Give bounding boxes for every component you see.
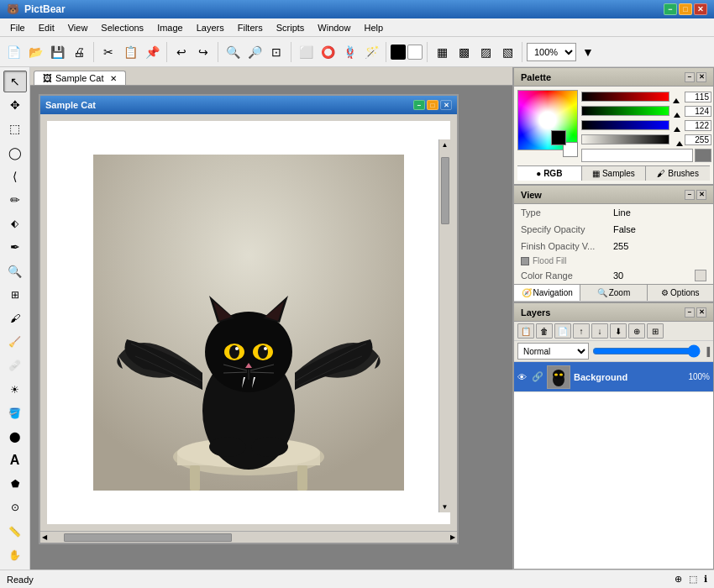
layer-row[interactable]: 👁 🔗 Background 100% [514, 362, 713, 392]
view-tab-options[interactable]: ⚙ Options [648, 285, 713, 301]
opacity-slider[interactable] [592, 345, 701, 357]
toolbar-grid3[interactable]: ▨ [475, 42, 496, 62]
menu-filters[interactable]: Filters [231, 18, 270, 37]
palette-minimize[interactable]: − [685, 72, 695, 82]
view-tab-zoom[interactable]: 🔍 Zoom [580, 285, 647, 301]
toolbar-grid2[interactable]: ▩ [454, 42, 474, 62]
menu-selections[interactable]: Selections [94, 18, 150, 37]
toolbar-lasso[interactable]: 🪢 [339, 42, 360, 62]
toolbar-zoom-out[interactable]: 🔎 [244, 42, 265, 62]
red-slider[interactable] [581, 92, 669, 102]
toolbar-redo[interactable]: ↪ [193, 42, 213, 62]
green-slider[interactable] [581, 106, 669, 116]
tab-rgb[interactable]: ● RGB [517, 166, 582, 181]
vscroll-down[interactable]: ▼ [442, 503, 449, 511]
layer-down[interactable]: ↓ [591, 323, 608, 339]
hscroll-right[interactable]: ▶ [450, 533, 455, 541]
tool-lasso[interactable]: ⟨ [3, 165, 27, 187]
toolbar-copy[interactable]: 📋 [120, 42, 140, 62]
tool-pencil[interactable]: ✏ [3, 189, 27, 211]
tool-select[interactable]: ↖ [3, 71, 27, 92]
toolbar-grid4[interactable]: ▧ [497, 42, 517, 62]
menu-file[interactable]: File [3, 18, 32, 37]
canvas-vscroll[interactable]: ▲ ▼ [438, 139, 450, 512]
alpha-value[interactable]: 255 [685, 134, 711, 145]
view-tab-navigation[interactable]: 🧭 Navigation [514, 285, 580, 301]
canvas-wrapper[interactable]: Sample Cat − □ ✕ [30, 86, 512, 570]
toolbar-open[interactable]: 📂 [25, 42, 45, 62]
maximize-button[interactable]: □ [679, 3, 692, 15]
tool-brush[interactable]: ⬖ [3, 213, 27, 234]
layer-merge-vis[interactable]: ⊕ [628, 323, 645, 339]
layers-close[interactable]: ✕ [696, 307, 706, 318]
tool-zoom[interactable]: 🔍 [3, 260, 27, 282]
view-close[interactable]: ✕ [696, 190, 706, 200]
menu-help[interactable]: Help [357, 18, 390, 37]
blue-value[interactable]: 122 [685, 120, 711, 131]
menu-view[interactable]: View [61, 18, 95, 37]
tool-heal[interactable]: 🩹 [3, 354, 27, 376]
close-button[interactable]: ✕ [694, 3, 707, 15]
layer-up[interactable]: ↑ [573, 323, 590, 339]
menu-window[interactable]: Window [311, 18, 357, 37]
layer-new[interactable]: 📋 [517, 323, 534, 339]
inner-minimize[interactable]: − [413, 100, 425, 110]
fg-swatch[interactable] [551, 130, 566, 145]
tool-rect-select[interactable]: ⬚ [3, 118, 27, 139]
blue-slider[interactable] [581, 120, 669, 130]
tool-hand[interactable]: ✋ [3, 544, 27, 566]
toolbar-wand[interactable]: 🪄 [361, 42, 381, 62]
color-picker-area[interactable] [517, 90, 578, 157]
green-value[interactable]: 124 [685, 106, 711, 117]
tab-close-icon[interactable]: ✕ [110, 74, 117, 83]
tool-move[interactable]: ✥ [3, 94, 27, 116]
canvas-hscroll[interactable]: ◀ ▶ [40, 531, 457, 543]
tool-paint[interactable]: 🖌 [3, 307, 27, 329]
toolbar-undo[interactable]: ↩ [171, 42, 192, 62]
tool-dodge[interactable]: ☀ [3, 378, 27, 400]
tool-gradient[interactable]: ⬤ [3, 426, 27, 448]
toolbar-zoom-fit[interactable]: ⊡ [266, 42, 286, 62]
tool-ellipse-select[interactable]: ◯ [3, 142, 27, 164]
toolbar-new[interactable]: 📄 [3, 42, 24, 62]
hex-input[interactable] [581, 149, 693, 162]
tab-samples[interactable]: ▦ Samples [582, 166, 647, 181]
inner-maximize[interactable]: □ [427, 100, 438, 110]
toolbar-rect[interactable]: ⬜ [296, 42, 316, 62]
tool-measure[interactable]: 📏 [3, 521, 27, 543]
layer-visibility-icon[interactable]: 👁 [517, 372, 527, 382]
vscroll-up[interactable]: ▲ [442, 141, 449, 149]
menu-layers[interactable]: Layers [190, 18, 231, 37]
layer-duplicate[interactable]: 📄 [554, 323, 571, 339]
tool-pen[interactable]: ✒ [3, 236, 27, 258]
toolbar-fg-color[interactable] [391, 45, 406, 60]
tool-eraser[interactable]: 🧹 [3, 331, 27, 353]
alpha-slider[interactable] [581, 134, 669, 144]
menu-image[interactable]: Image [150, 18, 190, 37]
layer-delete[interactable]: 🗑 [536, 323, 553, 339]
tool-bucket[interactable]: 🪣 [3, 402, 27, 424]
tool-eye[interactable]: ⊙ [3, 496, 27, 518]
red-value[interactable]: 115 [685, 92, 711, 102]
colorrange-expand[interactable] [695, 270, 706, 281]
layer-chain-icon[interactable]: 🔗 [532, 371, 543, 382]
layer-flatten[interactable]: ⊞ [647, 323, 664, 339]
toolbar-save[interactable]: 💾 [47, 42, 67, 62]
tool-text[interactable]: A [3, 449, 27, 471]
tool-shape[interactable]: ⬟ [3, 473, 27, 495]
inner-close[interactable]: ✕ [440, 100, 452, 110]
layer-merge-down[interactable]: ⬇ [610, 323, 627, 339]
canvas-tab[interactable]: 🖼 Sample Cat ✕ [34, 71, 126, 85]
toolbar-zoom-dropdown[interactable]: ▼ [578, 42, 598, 62]
menu-edit[interactable]: Edit [32, 18, 61, 37]
toolbar-grid1[interactable]: ▦ [432, 42, 452, 62]
view-minimize[interactable]: − [685, 190, 695, 200]
toolbar-print[interactable]: 🖨 [69, 42, 89, 62]
toolbar-paste[interactable]: 📌 [142, 42, 162, 62]
toolbar-ellipse[interactable]: ⭕ [318, 42, 338, 62]
tab-brushes[interactable]: 🖌 Brushes [646, 166, 710, 181]
tool-crop[interactable]: ⊞ [3, 284, 27, 306]
layers-minimize[interactable]: − [685, 307, 695, 318]
palette-close[interactable]: ✕ [696, 72, 706, 82]
blend-mode-select[interactable]: Normal Multiply Screen Overlay [517, 343, 589, 360]
